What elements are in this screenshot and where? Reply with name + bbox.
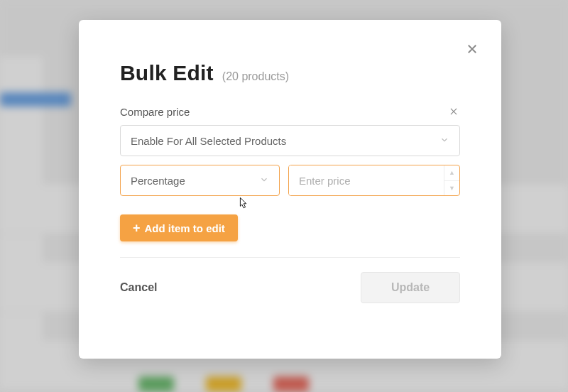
enable-select[interactable]: Enable For All Selected Products <box>120 125 460 156</box>
modal-footer: Cancel Update <box>79 258 501 303</box>
add-item-label: Add item to edit <box>145 222 225 234</box>
field-label: Compare price <box>120 106 190 118</box>
price-input-wrapper: ▲ ▼ <box>288 165 460 196</box>
modal-subtitle: (20 products) <box>222 70 289 83</box>
modal-title: Bulk Edit <box>120 61 214 85</box>
remove-field-button[interactable] <box>447 105 460 118</box>
chevron-down-icon <box>259 175 269 187</box>
update-button[interactable]: Update <box>361 272 460 303</box>
field-block: Compare price Enable For All Selected Pr… <box>79 85 501 196</box>
type-select[interactable]: Percentage <box>120 165 280 196</box>
chevron-down-icon <box>439 135 449 147</box>
plus-icon: + <box>133 222 141 234</box>
add-item-button[interactable]: + Add item to edit <box>120 214 238 241</box>
cancel-button[interactable]: Cancel <box>120 281 157 294</box>
close-button[interactable] <box>463 40 481 58</box>
step-down-button[interactable]: ▼ <box>444 181 459 196</box>
step-up-button[interactable]: ▲ <box>444 165 459 181</box>
type-select-value: Percentage <box>131 175 185 187</box>
bulk-edit-modal: Bulk Edit (20 products) Compare price En… <box>79 20 501 359</box>
number-spinners: ▲ ▼ <box>444 165 459 195</box>
enable-select-value: Enable For All Selected Products <box>131 135 286 147</box>
close-icon <box>449 107 459 116</box>
close-icon <box>466 43 479 55</box>
modal-header: Bulk Edit (20 products) <box>79 20 501 85</box>
price-input[interactable] <box>289 165 444 195</box>
